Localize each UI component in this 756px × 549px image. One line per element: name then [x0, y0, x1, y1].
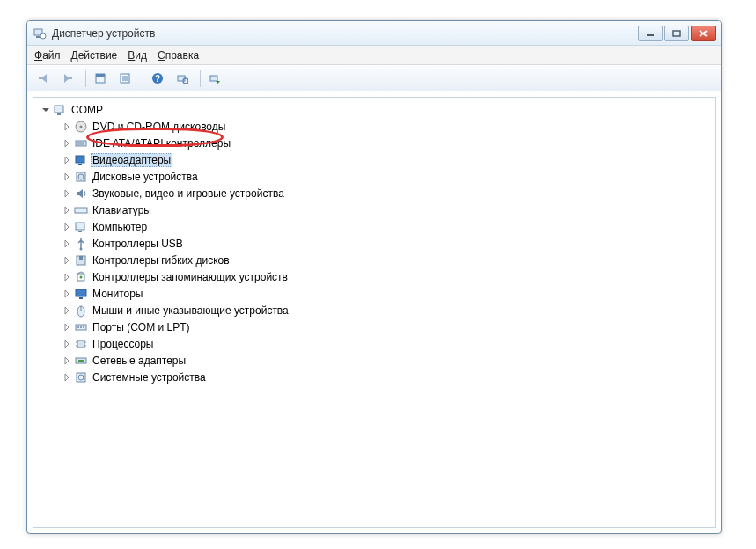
- storage-icon: [74, 270, 88, 284]
- tree-item[interactable]: Клавиатуры: [40, 201, 715, 218]
- tree-item[interactable]: DVD и CD-ROM дисководы: [40, 118, 715, 135]
- svg-text:?: ?: [155, 74, 160, 84]
- expand-icon[interactable]: [62, 138, 72, 149]
- tree-item[interactable]: IDE ATA/ATAPI контроллеры: [40, 135, 715, 151]
- expand-icon[interactable]: [62, 372, 72, 383]
- tree-item[interactable]: Мыши и иные указывающие устройства: [40, 302, 715, 318]
- tree-item[interactable]: Процессоры: [40, 335, 715, 352]
- window-controls: [636, 26, 716, 41]
- toolbar: ?: [27, 65, 721, 92]
- tree-item[interactable]: Контроллеры запоминающих устройств: [40, 268, 715, 285]
- show-hidden-button[interactable]: [90, 69, 111, 88]
- svg-rect-8: [69, 77, 72, 79]
- tree-item-label: Порты (COM и LPT): [91, 321, 192, 333]
- svg-rect-10: [96, 74, 105, 77]
- tree-item[interactable]: Дисковые устройства: [40, 168, 715, 185]
- tree-root[interactable]: COMP: [40, 101, 715, 118]
- tree-item[interactable]: Сетевые адаптеры: [40, 352, 715, 369]
- tree-item[interactable]: Компьютер: [40, 218, 715, 235]
- tree-item[interactable]: Порты (COM и LPT): [40, 318, 715, 335]
- maximize-button[interactable]: [664, 26, 689, 41]
- system-icon: [74, 370, 88, 384]
- titlebar[interactable]: Диспетчер устройств: [27, 21, 721, 46]
- tree-item[interactable]: Контроллеры гибких дисков: [40, 252, 715, 268]
- forward-button[interactable]: [57, 69, 78, 88]
- menubar: Файл Действие Вид Справка: [27, 46, 721, 65]
- svg-rect-35: [78, 231, 82, 232]
- disk-icon: [74, 170, 88, 184]
- audio-icon: [74, 187, 88, 201]
- properties-button[interactable]: [114, 69, 136, 88]
- menu-file[interactable]: Файл: [34, 49, 61, 62]
- separator-icon: [200, 70, 201, 87]
- expand-icon[interactable]: [62, 339, 72, 349]
- tree-item-label: Дисковые устройства: [91, 171, 200, 183]
- scan-hardware-button[interactable]: [172, 69, 193, 88]
- expand-icon[interactable]: [62, 289, 72, 299]
- expand-icon[interactable]: [62, 172, 72, 182]
- expand-icon[interactable]: [62, 305, 72, 316]
- expand-icon[interactable]: [62, 188, 72, 199]
- tree-item-label: Мониторы: [91, 288, 144, 300]
- collapse-icon[interactable]: [40, 105, 51, 115]
- tree-item-label: Мыши и иные указывающие устройства: [91, 304, 290, 317]
- svg-rect-20: [55, 106, 63, 113]
- tree-item-label: Контроллеры гибких дисков: [91, 254, 231, 267]
- help-button[interactable]: ?: [147, 69, 168, 88]
- tree-item[interactable]: Системные устройства: [40, 369, 715, 385]
- expand-icon[interactable]: [62, 222, 72, 232]
- tree-item-label: Видеоадаптеры: [91, 153, 172, 167]
- tree-content[interactable]: COMP DVD и CD-ROM дисководыIDE ATA/ATAPI…: [33, 97, 716, 528]
- menu-help[interactable]: Справка: [158, 49, 199, 62]
- tree-item[interactable]: Видеоадаптеры: [40, 151, 715, 168]
- expand-icon[interactable]: [62, 205, 72, 216]
- tree-item[interactable]: Контроллеры USB: [40, 235, 715, 252]
- network-icon: [74, 354, 88, 368]
- svg-rect-38: [79, 256, 83, 260]
- menu-view[interactable]: Вид: [128, 49, 147, 62]
- tree-item-label: Процессоры: [91, 338, 156, 350]
- computer-icon: [74, 220, 88, 234]
- tree-item-label: Компьютер: [91, 221, 149, 233]
- svg-rect-19: [210, 76, 217, 81]
- monitor-icon: [74, 287, 88, 301]
- svg-point-46: [80, 326, 82, 328]
- window-title: Диспетчер устройств: [52, 27, 155, 40]
- svg-point-39: [80, 275, 83, 278]
- expand-icon[interactable]: [62, 155, 72, 165]
- svg-rect-31: [75, 208, 87, 213]
- svg-rect-27: [76, 156, 84, 163]
- menu-action[interactable]: Действие: [71, 49, 118, 62]
- svg-rect-41: [79, 297, 83, 299]
- tree-item-label: Клавиатуры: [91, 204, 153, 216]
- port-icon: [74, 320, 88, 334]
- close-button[interactable]: [691, 26, 716, 41]
- svg-rect-40: [76, 289, 86, 296]
- separator-icon: [143, 70, 143, 87]
- expand-icon[interactable]: [62, 272, 72, 282]
- svg-point-2: [40, 33, 46, 39]
- expand-icon[interactable]: [62, 355, 72, 366]
- svg-rect-7: [39, 77, 42, 79]
- svg-rect-1: [36, 36, 40, 38]
- disc-icon: [74, 120, 88, 134]
- expand-icon[interactable]: [62, 238, 72, 249]
- svg-point-47: [83, 326, 84, 328]
- tree-item-label: DVD и CD-ROM дисководы: [91, 121, 227, 133]
- svg-rect-34: [76, 223, 84, 230]
- expand-icon[interactable]: [62, 322, 72, 333]
- uninstall-button[interactable]: [204, 69, 225, 88]
- tree-item[interactable]: Мониторы: [40, 285, 715, 302]
- svg-rect-28: [78, 164, 82, 165]
- svg-point-23: [80, 125, 83, 128]
- tree-item-label: Контроллеры USB: [91, 238, 185, 250]
- expand-icon[interactable]: [62, 121, 72, 132]
- device-manager-window: Диспетчер устройств Файл Действие Вид Сп…: [26, 20, 722, 534]
- computer-icon: [53, 103, 67, 117]
- tree-item-label: IDE ATA/ATAPI контроллеры: [91, 137, 232, 150]
- expand-icon[interactable]: [62, 255, 72, 266]
- tree-item[interactable]: Звуковые, видео и игровые устройства: [40, 185, 715, 201]
- back-button[interactable]: [33, 69, 54, 88]
- minimize-button[interactable]: [638, 26, 663, 41]
- svg-rect-24: [76, 141, 86, 146]
